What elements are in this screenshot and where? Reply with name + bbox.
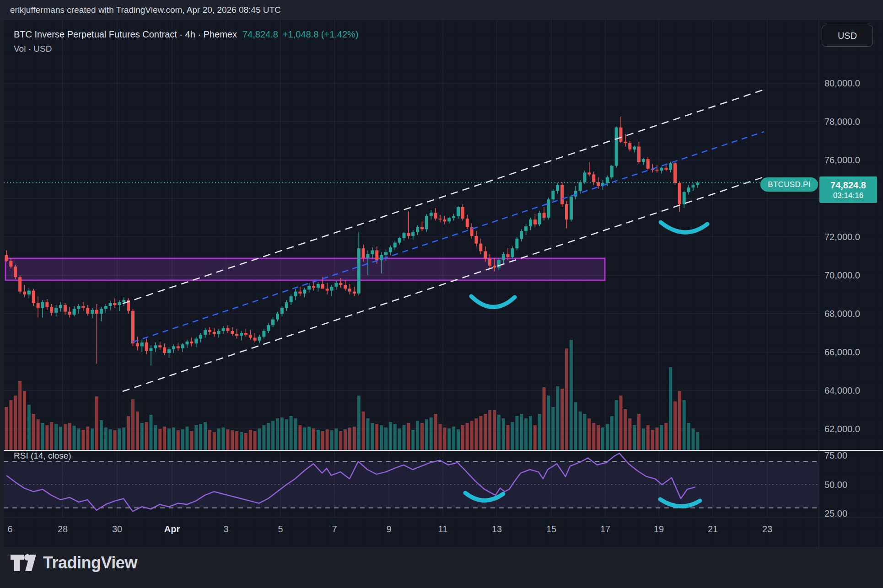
volume-bar xyxy=(511,422,514,450)
volume-bar xyxy=(50,422,53,450)
volume-bar xyxy=(122,428,125,450)
volume-bar xyxy=(118,428,121,450)
rsi-indicator-label[interactable]: RSI (14, close) xyxy=(14,451,71,461)
volume-bar xyxy=(54,424,58,450)
candle-body xyxy=(547,199,550,218)
volume-bar xyxy=(326,429,329,450)
candle-body xyxy=(683,192,686,204)
candle-body xyxy=(113,303,117,305)
volume-bar xyxy=(208,430,211,450)
volume-bar xyxy=(524,418,528,450)
candle-body xyxy=(443,219,446,221)
candle-body xyxy=(502,254,505,260)
volume-bar xyxy=(136,412,139,450)
volume-bar xyxy=(371,423,374,450)
last-price: 74,824.8 xyxy=(242,29,278,39)
volume-bar xyxy=(692,428,695,450)
candle-body xyxy=(95,310,98,314)
volume-bar xyxy=(579,412,582,450)
candle-body xyxy=(475,236,478,244)
volume-bar xyxy=(583,414,587,450)
volume-bar xyxy=(656,428,659,450)
candle-body xyxy=(520,231,523,239)
candle-body xyxy=(321,284,324,289)
candle-body xyxy=(624,142,627,143)
volume-bar xyxy=(375,424,378,450)
candle-body xyxy=(68,312,71,315)
volume-bar xyxy=(642,428,645,450)
volume-bar xyxy=(380,425,383,450)
candle-body xyxy=(122,300,125,302)
volume-bar xyxy=(461,425,464,450)
symbol-title[interactable]: BTC Inverse Perpetual Futures Contract ·… xyxy=(14,29,237,39)
candle-body xyxy=(235,334,238,336)
time-axis-label: 15 xyxy=(546,524,556,535)
candle-body xyxy=(660,168,663,171)
candle-body xyxy=(64,305,67,312)
candle-body xyxy=(298,292,302,294)
volume-bar xyxy=(285,419,288,450)
candle-body xyxy=(77,306,81,309)
candle-body xyxy=(556,185,559,191)
volume-bar xyxy=(113,430,117,450)
volume-bar xyxy=(610,416,614,450)
volume-bar xyxy=(81,430,85,450)
candle-body xyxy=(5,255,8,261)
support-zone-rectangle xyxy=(5,258,605,280)
price-change: +1,048.8 (+1.42%) xyxy=(283,29,359,39)
candle-body xyxy=(488,259,491,266)
candle-body xyxy=(610,166,614,177)
volume-bar xyxy=(177,430,180,450)
candle-body xyxy=(339,283,342,285)
time-axis-label: 17 xyxy=(600,524,610,535)
candle-body xyxy=(656,170,659,171)
candle-body xyxy=(366,254,370,258)
time-axis-label: Apr xyxy=(164,524,180,535)
time-axis-label: 23 xyxy=(762,524,772,535)
volume-bar xyxy=(628,418,631,450)
candle-body xyxy=(231,331,234,334)
volume-bar xyxy=(172,428,175,450)
volume-bar xyxy=(41,423,44,450)
volume-bar xyxy=(348,428,351,450)
volume-bar xyxy=(204,422,207,450)
candle-body xyxy=(330,287,334,290)
volume-bar xyxy=(587,418,591,450)
tradingview-logo-icon xyxy=(10,553,37,572)
volume-bar xyxy=(366,418,370,450)
volume-bar xyxy=(271,421,275,450)
candle-body xyxy=(411,232,415,236)
price-axis-label: 76,000.0 xyxy=(824,155,860,166)
candle-body xyxy=(9,261,12,267)
volume-bar xyxy=(145,422,148,450)
volume-bar xyxy=(59,427,62,450)
candle-body xyxy=(457,207,460,216)
candle-body xyxy=(307,286,311,289)
candle-body xyxy=(633,147,636,150)
candle-body xyxy=(587,172,591,174)
volume-bar xyxy=(267,423,270,450)
volume-bar xyxy=(213,432,216,450)
candle-body xyxy=(434,213,437,219)
volume-bar xyxy=(321,431,324,450)
tradingview-logo[interactable]: TradingView xyxy=(10,553,137,572)
volume-bar xyxy=(258,428,261,450)
candle-body xyxy=(217,331,221,334)
volume-bar xyxy=(570,340,573,450)
volume-bar xyxy=(551,407,555,450)
currency-usd-button[interactable]: USD xyxy=(822,25,873,47)
volume-bar xyxy=(416,421,419,450)
candle-body xyxy=(199,335,202,338)
volume-bar xyxy=(398,428,401,450)
candle-body xyxy=(32,291,35,303)
candle-body xyxy=(194,339,198,344)
candle-body xyxy=(100,309,103,314)
volume-legend[interactable]: Vol · USD xyxy=(14,44,359,54)
candle-body xyxy=(167,349,171,353)
candle-body xyxy=(45,302,48,307)
volume-bar xyxy=(606,424,609,450)
candle-body xyxy=(452,216,455,218)
candle-body xyxy=(18,277,22,292)
rsi-axis-label: 25.00 xyxy=(824,508,847,519)
candle-body xyxy=(538,213,541,225)
